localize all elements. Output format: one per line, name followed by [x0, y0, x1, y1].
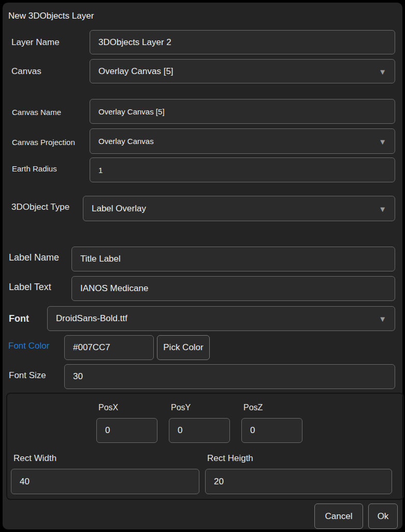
rect-width-label: Rect Width: [13, 453, 56, 464]
new-3dobjects-layer-dialog: New 3DObjects Layer Layer Name Canvas Ov…: [3, 3, 402, 529]
chevron-down-icon: ▼: [379, 314, 386, 323]
cancel-button[interactable]: Cancel: [314, 504, 363, 529]
canvas-projection-label: Canvas Projection: [12, 137, 75, 148]
pick-color-button[interactable]: Pick Color: [157, 335, 210, 360]
earth-radius-label: Earth Radius: [12, 164, 57, 174]
font-label: Font: [9, 313, 29, 324]
posx-label: PosX: [98, 402, 118, 413]
object-type-select-value: Label Overlay: [92, 204, 146, 214]
canvas-label: Canvas: [11, 66, 41, 77]
canvas-projection-select-value: Overlay Canvas: [98, 137, 154, 146]
rect-height-input[interactable]: [205, 469, 392, 494]
posy-label: PosY: [171, 402, 191, 413]
earth-radius-input[interactable]: [90, 157, 395, 182]
posz-label: PosZ: [243, 402, 263, 413]
label-name-input[interactable]: [71, 247, 395, 271]
font-color-label: Font Color: [8, 341, 49, 351]
canvas-projection-select[interactable]: Overlay Canvas ▼: [90, 128, 395, 154]
layer-name-label: Layer Name: [11, 37, 60, 48]
chevron-down-icon: ▼: [379, 67, 386, 76]
label-text-label: Label Text: [9, 282, 51, 292]
posx-input[interactable]: [96, 418, 157, 443]
font-size-label: Font Size: [9, 370, 46, 381]
label-name-label: Label Name: [9, 252, 59, 263]
font-select[interactable]: DroidSans-Bold.ttf ▼: [47, 306, 395, 331]
font-select-value: DroidSans-Bold.ttf: [56, 313, 127, 324]
rect-height-label: Rect Heigth: [207, 453, 253, 464]
canvas-select-value: Overlay Canvas [5]: [98, 66, 173, 77]
chevron-down-icon: ▼: [379, 204, 386, 213]
ok-button[interactable]: Ok: [368, 504, 398, 529]
canvas-name-label: Canvas Name: [12, 107, 61, 118]
posz-input[interactable]: [241, 418, 302, 443]
canvas-select[interactable]: Overlay Canvas [5] ▼: [90, 59, 395, 83]
layer-name-input[interactable]: [90, 30, 395, 54]
label-text-input[interactable]: [71, 276, 395, 301]
font-size-input[interactable]: [64, 364, 395, 389]
object-type-label: 3DObject Type: [11, 202, 69, 212]
dialog-title: New 3DObjects Layer: [8, 11, 94, 21]
rect-width-input[interactable]: [11, 469, 199, 494]
canvas-name-input[interactable]: [90, 99, 395, 124]
font-color-input[interactable]: [64, 335, 154, 360]
chevron-down-icon: ▼: [379, 137, 386, 146]
posy-input[interactable]: [169, 418, 230, 443]
object-type-select[interactable]: Label Overlay ▼: [83, 196, 395, 221]
